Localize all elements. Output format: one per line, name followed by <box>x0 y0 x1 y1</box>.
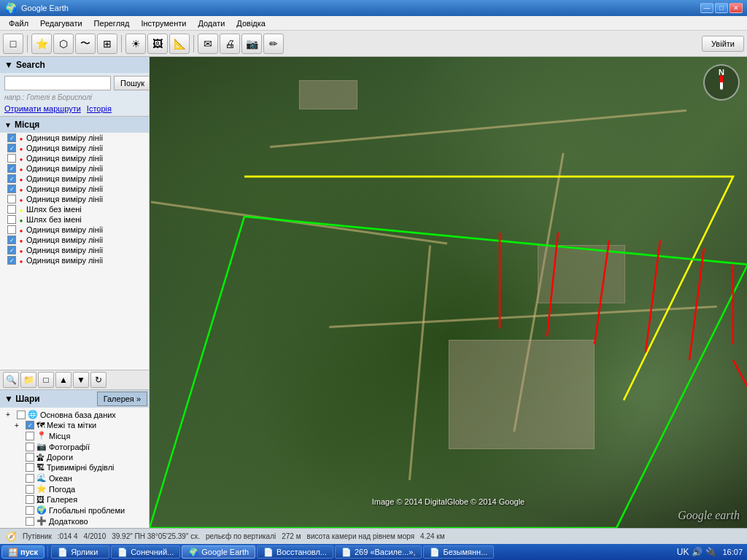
layer-item[interactable]: 🏗Тривимірні будівлі <box>0 462 149 472</box>
place-item[interactable]: ⬥Одиниця виміру лінії <box>0 153 149 163</box>
start-button[interactable]: 🪟 пуск <box>1 545 44 559</box>
place-checkbox[interactable] <box>7 225 16 234</box>
places-refresh-button[interactable]: ↻ <box>90 372 107 388</box>
layer-item[interactable]: 📍Місця <box>0 430 149 441</box>
layer-item[interactable]: ⭐Погода <box>0 483 149 494</box>
menu-item-[interactable]: Додати <box>192 18 231 29</box>
taskbar-app-googleearth[interactable]: 🌍Google Earth <box>182 545 255 559</box>
layer-item[interactable]: 📷Фотографії <box>0 441 149 452</box>
place-item[interactable]: ✓⬥Одиниця виміру лінії <box>0 184 149 194</box>
place-checkbox[interactable]: ✓ <box>7 246 16 254</box>
places-blank-button[interactable]: □ <box>38 372 54 388</box>
toolbar-edit-button[interactable]: ✏ <box>263 34 284 54</box>
toolbar-email-button[interactable]: ✉ <box>198 34 218 54</box>
maximize-button[interactable]: □ <box>715 3 728 13</box>
layer-item[interactable]: +🌐Основна база даних <box>0 409 149 420</box>
get-routes-link[interactable]: Отримати маршрути <box>4 104 81 113</box>
layer-item[interactable]: ➕Додатково <box>0 516 149 526</box>
place-item[interactable]: ⬥Шлях без імені <box>0 204 149 214</box>
layer-checkbox[interactable]: ✓ <box>26 421 34 429</box>
toolbar-placemark-button[interactable]: ⭐ <box>31 34 52 54</box>
toolbar-sun-button[interactable]: ☀ <box>125 34 146 54</box>
search-input[interactable] <box>4 76 111 90</box>
layer-item[interactable]: 🖼Галерея <box>0 494 149 505</box>
place-item[interactable]: ✓⬥Одиниця виміру лінії <box>0 235 149 245</box>
toolbar-measure-button[interactable]: 📐 <box>169 34 190 54</box>
search-header[interactable]: ▼ Search <box>0 57 149 73</box>
menu-item-[interactable]: Редагувати <box>34 18 88 29</box>
layer-item[interactable]: 🌍Глобальні проблеми <box>0 505 149 516</box>
minimize-button[interactable]: — <box>700 3 713 13</box>
place-checkbox[interactable]: ✓ <box>7 174 16 183</box>
toolbar-polygon-button[interactable]: ⬡ <box>53 34 74 54</box>
layer-item[interactable]: +✓🗺Межі та мітки <box>0 420 149 430</box>
place-checkbox[interactable]: ✓ <box>7 133 16 142</box>
place-item[interactable]: ✓⬥Одиниця виміру лінії <box>0 133 149 143</box>
history-link[interactable]: Історія <box>87 104 112 113</box>
taskbar-app-[interactable]: 📄Сонечний... <box>111 545 180 559</box>
taskbar-app-[interactable]: 📄Восстановл... <box>257 545 333 559</box>
map-area[interactable]: N Image © 2014 DigitalGlobe © 2014 Googl… <box>150 57 747 528</box>
layer-checkbox[interactable] <box>26 474 34 483</box>
places-up-button[interactable]: ▲ <box>55 372 71 388</box>
place-item[interactable]: ⬥Одиниця виміру лінії <box>0 194 149 204</box>
layer-checkbox[interactable] <box>26 432 34 440</box>
places-down-button[interactable]: ▼ <box>73 372 89 388</box>
layer-item[interactable]: 🛣Дороги <box>0 452 149 462</box>
taskbar-app-[interactable]: 📄269 «Василе...», <box>335 545 422 559</box>
gallery-button[interactable]: Галерея » <box>97 392 147 406</box>
menu-item-[interactable]: Перегляд <box>88 18 136 29</box>
place-item[interactable]: ⬥Шлях без імені <box>0 214 149 225</box>
places-folder-button[interactable]: 📁 <box>20 372 36 388</box>
toolbar-screenshot-button[interactable]: 📷 <box>241 34 262 54</box>
toolbar-path-button[interactable]: 〜 <box>75 34 96 54</box>
close-button[interactable]: ✕ <box>729 3 743 13</box>
tray-volume-icon: 🔌 <box>705 547 716 557</box>
place-checkbox[interactable]: ✓ <box>7 144 16 152</box>
place-checkbox[interactable] <box>7 205 16 214</box>
layer-checkbox[interactable] <box>26 485 34 494</box>
toolbar-print-button[interactable]: 🖨 <box>220 34 240 54</box>
place-item[interactable]: ✓⬥Одиниця виміру лінії <box>0 245 149 255</box>
place-item[interactable]: ✓⬥Одиниця виміру лінії <box>0 174 149 184</box>
layer-expand-button[interactable]: + <box>15 421 23 429</box>
place-checkbox[interactable] <box>7 154 16 163</box>
place-checkbox[interactable]: ✓ <box>7 256 16 265</box>
layer-checkbox[interactable] <box>26 463 34 472</box>
layer-checkbox[interactable] <box>26 443 34 451</box>
menu-item-[interactable]: Довідка <box>231 18 271 29</box>
layer-checkbox[interactable] <box>26 495 34 504</box>
login-button[interactable]: Увійти <box>702 36 744 52</box>
place-checkbox[interactable] <box>7 215 16 224</box>
place-label: Одиниця виміру лінії <box>26 144 103 152</box>
layer-checkbox[interactable] <box>26 453 34 462</box>
menu-item-[interactable]: Файл <box>3 18 34 29</box>
places-header[interactable]: ▼ Місця <box>0 117 149 133</box>
place-item[interactable]: ⬥Одиниця виміру лінії <box>0 225 149 235</box>
layer-expand-button[interactable]: + <box>6 411 15 419</box>
place-item[interactable]: ✓⬥Одиниця виміру лінії <box>0 255 149 265</box>
layer-checkbox[interactable] <box>26 506 34 515</box>
place-item[interactable]: ✓⬥Одиниця виміру лінії <box>0 143 149 153</box>
compass[interactable]: N <box>703 64 740 101</box>
taskbar-app-[interactable]: 📄Ярлики <box>51 545 109 559</box>
toolbar-separator2 <box>121 35 122 52</box>
layers-title[interactable]: ▼ Шари <box>0 391 96 407</box>
menu-item-[interactable]: Інструменти <box>135 18 192 29</box>
place-checkbox[interactable]: ✓ <box>7 236 16 244</box>
toolbar-photo-button[interactable]: 🖼 <box>147 34 168 54</box>
toolbar-nav-button[interactable]: □ <box>3 34 23 54</box>
layer-label: Галерея <box>47 495 77 504</box>
layer-checkbox[interactable] <box>26 517 34 526</box>
layer-item[interactable]: 🌊Океан <box>0 472 149 483</box>
toolbar-overlay-button[interactable]: ⊞ <box>97 34 117 54</box>
taskbar-right: UK 🔊 🔌 16:07 <box>677 547 746 557</box>
place-checkbox[interactable]: ✓ <box>7 164 16 173</box>
places-search-button[interactable]: 🔍 <box>3 372 19 388</box>
place-checkbox[interactable]: ✓ <box>7 184 16 193</box>
taskbar-app-[interactable]: 📄Безымянн... <box>423 545 494 559</box>
place-item[interactable]: ✓⬥Одиниця виміру лінії <box>0 163 149 174</box>
layer-checkbox[interactable] <box>17 411 26 419</box>
search-button[interactable]: Пошук <box>114 76 150 90</box>
place-checkbox[interactable] <box>7 195 16 203</box>
